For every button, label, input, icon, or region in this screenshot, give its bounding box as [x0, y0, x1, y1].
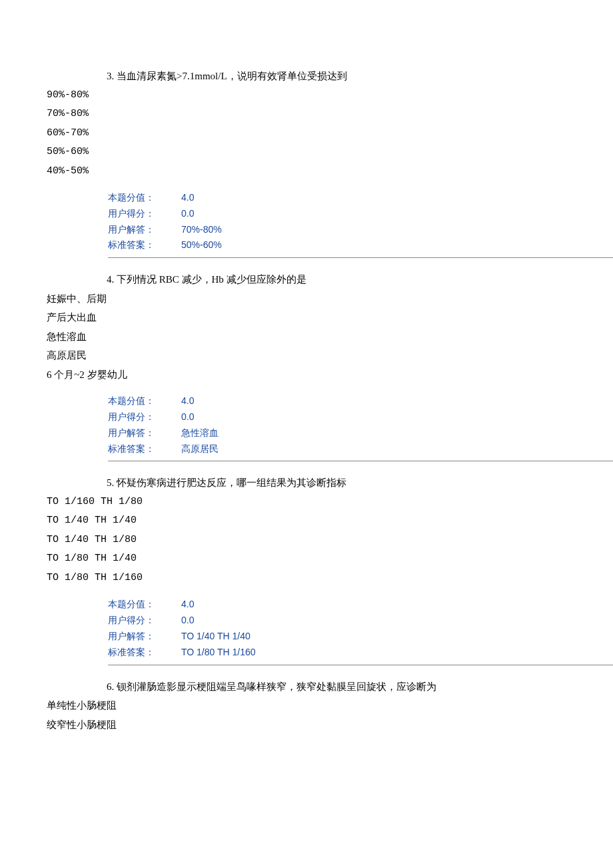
question-number: 4.	[107, 274, 114, 285]
answer-meta: 本题分值： 4.0 用户得分： 0.0 用户解答： TO 1/40 TH 1/4…	[108, 597, 566, 660]
meta-user-answer: 用户解答： 70%-80%	[108, 222, 566, 238]
option: 绞窄性小肠梗阻	[47, 715, 566, 735]
meta-label: 用户得分：	[108, 409, 181, 425]
question-text: 5. 怀疑伤寒病进行肥达反应，哪一组结果为其诊断指标	[47, 473, 566, 493]
meta-value: 50%-60%	[181, 237, 222, 253]
answer-meta: 本题分值： 4.0 用户得分： 0.0 用户解答： 急性溶血 标准答案： 高原居…	[108, 393, 566, 457]
option: 单纯性小肠梗阻	[47, 696, 566, 715]
option: 高原居民	[47, 346, 566, 365]
question-number: 5.	[107, 477, 114, 488]
meta-label: 标准答案：	[108, 237, 181, 253]
meta-user-answer: 用户解答： 急性溶血	[108, 425, 566, 441]
option: 6 个月~2 岁婴幼儿	[47, 365, 566, 385]
meta-value: 4.0	[181, 393, 194, 409]
question-number: 6.	[107, 681, 114, 692]
question-5: 5. 怀疑伤寒病进行肥达反应，哪一组结果为其诊断指标 TO 1/160 TH 1…	[47, 473, 566, 665]
question-body: 下列情况 RBC 减少，Hb 减少但应除外的是	[117, 274, 306, 285]
meta-label: 用户解答：	[108, 629, 181, 645]
option: 产后大出血	[47, 308, 566, 327]
meta-value: 4.0	[181, 597, 194, 613]
exam-page: 3. 当血清尿素氮>7.1mmol/L，说明有效肾单位受损达到 90%-80% …	[0, 0, 613, 868]
meta-user-score: 用户得分： 0.0	[108, 206, 566, 222]
meta-label: 本题分值：	[108, 393, 181, 409]
option: 妊娠中、后期	[47, 289, 566, 309]
option: TO 1/40 TH 1/40	[47, 511, 566, 531]
meta-correct-answer: 标准答案： 50%-60%	[108, 237, 566, 253]
question-text: 6. 钡剂灌肠造影显示梗阻端呈鸟喙样狭窄，狭窄处黏膜呈回旋状，应诊断为	[47, 677, 566, 697]
meta-value: TO 1/80 TH 1/160	[181, 645, 256, 661]
question-body: 怀疑伤寒病进行肥达反应，哪一组结果为其诊断指标	[117, 477, 346, 488]
meta-label: 标准答案：	[108, 645, 181, 661]
question-6: 6. 钡剂灌肠造影显示梗阻端呈鸟喙样狭窄，狭窄处黏膜呈回旋状，应诊断为 单纯性小…	[47, 677, 566, 735]
meta-user-score: 用户得分： 0.0	[108, 613, 566, 629]
meta-value: 0.0	[181, 206, 194, 222]
question-body: 钡剂灌肠造影显示梗阻端呈鸟喙样狭窄，狭窄处黏膜呈回旋状，应诊断为	[117, 681, 436, 692]
question-text: 4. 下列情况 RBC 减少，Hb 减少但应除外的是	[47, 270, 566, 289]
option: 70%-80%	[47, 105, 566, 124]
meta-correct-answer: 标准答案： TO 1/80 TH 1/160	[108, 645, 566, 661]
meta-value: 0.0	[181, 613, 194, 629]
meta-value: 0.0	[181, 409, 194, 425]
option: TO 1/80 TH 1/160	[47, 569, 566, 588]
meta-correct-answer: 标准答案： 高原居民	[108, 441, 566, 457]
meta-score: 本题分值： 4.0	[108, 190, 566, 206]
meta-label: 用户得分：	[108, 613, 181, 629]
meta-label: 本题分值：	[108, 597, 181, 613]
meta-score: 本题分值： 4.0	[108, 597, 566, 613]
question-number: 3.	[107, 71, 114, 81]
meta-score: 本题分值： 4.0	[108, 393, 566, 409]
option: TO 1/160 TH 1/80	[47, 493, 566, 512]
meta-user-score: 用户得分： 0.0	[108, 409, 566, 425]
option: 90%-80%	[47, 86, 566, 105]
divider	[108, 665, 613, 665]
option: TO 1/40 TH 1/80	[47, 531, 566, 550]
answer-meta: 本题分值： 4.0 用户得分： 0.0 用户解答： 70%-80% 标准答案： …	[108, 190, 566, 253]
question-4: 4. 下列情况 RBC 减少，Hb 减少但应除外的是 妊娠中、后期 产后大出血 …	[47, 270, 566, 461]
meta-value: 4.0	[181, 190, 194, 206]
question-3: 3. 当血清尿素氮>7.1mmol/L，说明有效肾单位受损达到 90%-80% …	[47, 67, 566, 258]
meta-label: 用户解答：	[108, 425, 181, 441]
meta-value: 高原居民	[181, 441, 219, 457]
meta-value: 急性溶血	[181, 425, 219, 441]
question-text: 3. 当血清尿素氮>7.1mmol/L，说明有效肾单位受损达到	[47, 67, 566, 86]
option: 急性溶血	[47, 327, 566, 347]
option: TO 1/80 TH 1/40	[47, 549, 566, 569]
divider	[108, 461, 613, 461]
question-body: 当血清尿素氮>7.1mmol/L，说明有效肾单位受损达到	[117, 71, 347, 81]
meta-value: 70%-80%	[181, 222, 222, 238]
meta-label: 用户解答：	[108, 222, 181, 238]
meta-user-answer: 用户解答： TO 1/40 TH 1/40	[108, 629, 566, 645]
meta-value: TO 1/40 TH 1/40	[181, 629, 251, 645]
option: 60%-70%	[47, 124, 566, 143]
divider	[108, 257, 613, 258]
meta-label: 用户得分：	[108, 206, 181, 222]
option: 50%-60%	[47, 143, 566, 162]
meta-label: 本题分值：	[108, 190, 181, 206]
meta-label: 标准答案：	[108, 441, 181, 457]
option: 40%-50%	[47, 162, 566, 181]
